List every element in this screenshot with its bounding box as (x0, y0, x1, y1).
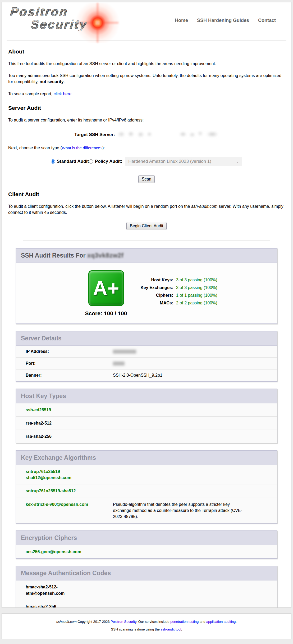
footer-text: . (181, 627, 182, 631)
main-content-card: Positron Security Home SSH Hardening Gui… (2, 2, 291, 608)
audit-results-panel: SSH Audit Results For xq3vk8zw2f A+ Scor… (16, 248, 277, 324)
standard-audit-label: Standard Audit (57, 159, 89, 164)
footer-pentest-link[interactable]: penetration testing (170, 620, 199, 624)
encryption-ciphers-panel: Encryption Ciphers aes256-gcm@openssh.co… (16, 530, 277, 559)
key-exchange-panel: Key Exchange Algorithms sntrup761x25519-… (16, 450, 277, 524)
about-p2-period: . (64, 79, 65, 84)
footer-text: . (236, 620, 237, 624)
algorithm-name: kex-strict-s-v00@openssh.com (16, 501, 113, 507)
scan-type-row: Standard Audit Policy Audit: Hardened Am… (8, 157, 285, 166)
macs-title: Message Authentication Codes (16, 566, 277, 580)
footer-line-1: sshaudit.com Copyright 2017-2023 Positro… (2, 620, 291, 624)
server-audit-heading: Server Audit (8, 105, 285, 111)
detail-label: IP Address: (16, 349, 113, 354)
stat-row: Host Keys: 3 of 3 passing (100%) (134, 276, 217, 284)
macs-panel: Message Authentication Codes hmac-sha2-5… (16, 566, 277, 608)
detail-label: Port: (16, 361, 113, 366)
stat-label: Key Exchanges: (134, 284, 173, 291)
table-row: rsa-sha2-256 (16, 430, 277, 443)
table-row: kex-strict-s-v00@openssh.com Pseudo-algo… (16, 498, 277, 523)
footer-positron-link[interactable]: Positron Security (111, 620, 136, 624)
stat-row: MACs: 2 of 2 passing (100%) (134, 299, 217, 307)
about-paragraph-2: Too many admins overlook SSH configurati… (8, 73, 285, 85)
scan-type-difference-link[interactable]: What is the difference? (62, 146, 102, 150)
stat-row: Key Exchanges: 3 of 3 passing (100%) (134, 284, 217, 291)
detail-value: SSH-2.0-OpenSSH_9.2p1 (113, 373, 162, 378)
about-heading: About (8, 48, 285, 55)
table-row: rsa-sha2-512 (16, 417, 277, 430)
footer-appaudit-link[interactable]: application auditing (206, 620, 236, 624)
positron-security-logo[interactable]: Positron Security (10, 6, 127, 39)
server-details-title: Server Details (16, 331, 277, 346)
table-row: sntrup761x25519-sha512@openssh.com (16, 465, 277, 484)
about-p2-bold: not security (40, 79, 64, 84)
detail-value-redacted (113, 361, 125, 366)
footer-sshaudit-tool-link[interactable]: ssh-audit tool (161, 627, 181, 631)
policy-select[interactable]: Hardened Amazon Linux 2023 (version 1) ⌄ (125, 157, 242, 166)
stat-value: 3 of 3 passing (100%) (173, 284, 217, 291)
table-row: Port: (16, 358, 277, 370)
nav-home[interactable]: Home (175, 18, 188, 23)
client-audit-text: To audit a client configuration, click t… (8, 204, 191, 209)
scan-type-text: Next, choose the scan type ( (8, 146, 62, 150)
detail-label: Banner: (16, 373, 113, 378)
redacted-ip-blur (113, 350, 136, 354)
key-exchange-title: Key Exchange Algorithms (16, 451, 277, 465)
target-server-label: Target SSH Server: (74, 132, 115, 137)
stat-label: Ciphers: (134, 291, 173, 299)
policy-audit-radio[interactable] (89, 159, 93, 164)
site-footer: sshaudit.com Copyright 2017-2023 Positro… (2, 613, 291, 639)
about-paragraph-1: This free tool audits the configuration … (8, 61, 285, 67)
footer-text: Copyright 2017-2023 (77, 620, 111, 624)
target-server-row: Target SSH Server: (8, 130, 285, 139)
detail-value-redacted (113, 349, 136, 354)
scan-button-row: Scan (8, 175, 285, 183)
logo-line2: Security (30, 18, 127, 30)
policy-select-value: Hardened Amazon Linux 2023 (version 1) (128, 159, 211, 164)
section-divider (23, 241, 270, 241)
algorithm-name: aes256-gcm@openssh.com (16, 549, 113, 555)
redacted-port-blur (113, 362, 125, 366)
sample-report-period: . (71, 92, 72, 96)
algorithm-name: sntrup761x25519-sha512 (16, 488, 113, 494)
client-audit-paragraph: To audit a client configuration, click t… (8, 203, 285, 215)
algorithm-description: Pseudo-algorithm that denotes the peer s… (113, 501, 277, 520)
score-label: Score: 100 / 100 (85, 310, 127, 317)
policy-audit-label: Policy Audit: (95, 159, 122, 164)
target-ssh-server-input[interactable] (117, 130, 219, 139)
nav-contact[interactable]: Contact (258, 18, 276, 23)
algorithm-name: hmac-sha2-256-etm@openssh.com (16, 604, 113, 608)
scan-button[interactable]: Scan (138, 175, 155, 183)
main-nav: Home SSH Hardening Guides Contact (175, 18, 276, 23)
site-header: Positron Security Home SSH Hardening Gui… (7, 2, 286, 40)
footer-domain: sshaudit.com (56, 620, 77, 624)
redacted-hostname: xq3vk8zw2f (87, 252, 124, 259)
sample-report-link[interactable]: click here (54, 92, 72, 96)
server-audit-intro: To audit a server configuration, enter i… (8, 117, 285, 123)
host-key-types-panel: Host Key Types ssh-ed25519 rsa-sha2-512 … (16, 389, 277, 444)
table-row: Banner: SSH-2.0-OpenSSH_9.2p1 (16, 370, 277, 381)
grade-badge: A+ (88, 270, 124, 306)
table-row: hmac-sha2-256-etm@openssh.com (16, 600, 277, 608)
footer-line-2: SSH scanning is done using the ssh-audit… (2, 627, 291, 631)
table-row: IP Address: (16, 346, 277, 358)
table-row: aes256-gcm@openssh.com (16, 545, 277, 558)
host-key-types-title: Host Key Types (16, 389, 277, 403)
nav-ssh-hardening-guides[interactable]: SSH Hardening Guides (197, 18, 249, 23)
algorithm-name: ssh-ed25519 (16, 407, 113, 413)
algorithm-name: rsa-sha2-256 (16, 433, 113, 439)
stat-value: 3 of 3 passing (100%) (173, 276, 217, 284)
table-row: sntrup761x25519-sha512 (16, 484, 277, 498)
stat-label: Host Keys: (134, 276, 173, 284)
begin-client-audit-button[interactable]: Begin Client Audit (126, 222, 167, 230)
server-details-panel: Server Details IP Address: Port: Banner:… (16, 331, 277, 382)
page: { "brand": { "line1": "Positron", "line2… (0, 0, 293, 644)
standard-audit-radio[interactable] (51, 159, 55, 164)
footer-text: SSH scanning is done using the (111, 627, 161, 631)
redacted-hostname-blur (117, 130, 219, 139)
footer-text: . Our services include (136, 620, 171, 624)
client-audit-button-row: Begin Client Audit (8, 222, 285, 230)
sample-report-text: To see a sample report, (8, 92, 54, 96)
table-row: hmac-sha2-512-etm@openssh.com (16, 580, 277, 600)
chevron-down-icon: ⌄ (236, 160, 239, 163)
